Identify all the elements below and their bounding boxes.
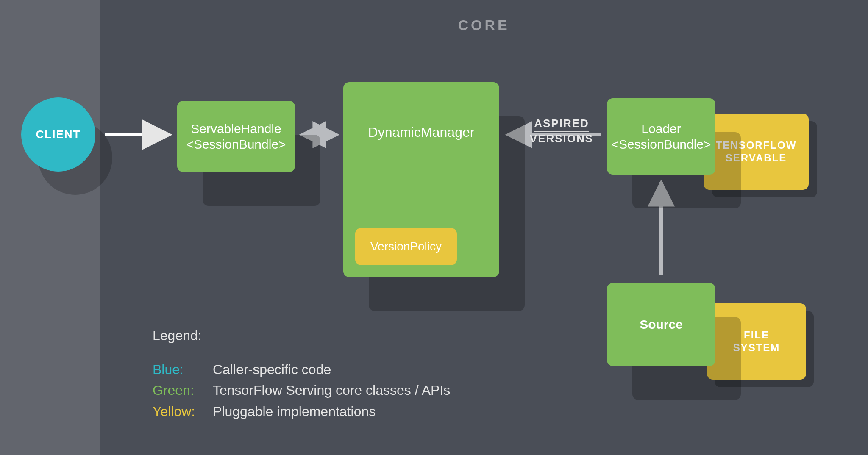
source-box: Source bbox=[607, 283, 715, 366]
left-band bbox=[0, 0, 100, 455]
legend: Legend: Blue: Caller-specific code Green… bbox=[153, 325, 450, 422]
servable-handle-l2: <SessionBundle> bbox=[186, 136, 286, 153]
client-node: CLIENT bbox=[21, 97, 95, 172]
version-policy-label: VersionPolicy bbox=[370, 240, 442, 253]
core-heading: CORE bbox=[100, 17, 868, 33]
legend-blue-val: Caller-specific code bbox=[213, 359, 331, 380]
source-label: Source bbox=[640, 317, 683, 332]
loader-l1: Loader bbox=[641, 121, 681, 137]
servable-handle-l1: ServableHandle bbox=[191, 121, 281, 137]
loader-box: Loader <SessionBundle> bbox=[607, 98, 715, 175]
loader-l2: <SessionBundle> bbox=[611, 136, 711, 153]
version-policy-box: VersionPolicy bbox=[355, 228, 457, 265]
legend-green-val: TensorFlow Serving core classes / APIs bbox=[213, 380, 450, 401]
legend-green-key: Green: bbox=[153, 380, 203, 401]
client-label: CLIENT bbox=[36, 128, 81, 141]
file-system-l2: SYSTEM bbox=[733, 341, 780, 354]
legend-yellow-key: Yellow: bbox=[153, 401, 203, 422]
aspired-versions-label: ASPIRED VERSIONS bbox=[517, 117, 606, 145]
legend-blue-key: Blue: bbox=[153, 359, 203, 380]
dynamic-manager-label: DynamicManager bbox=[368, 125, 475, 140]
legend-yellow-val: Pluggable implementations bbox=[213, 401, 376, 422]
file-system-box: FILE SYSTEM bbox=[707, 303, 806, 380]
servable-handle-box: ServableHandle <SessionBundle> bbox=[177, 101, 295, 172]
aspired-line1: ASPIRED bbox=[534, 117, 589, 132]
tf-servable-l2: SERVABLE bbox=[726, 152, 787, 164]
aspired-line2: VERSIONS bbox=[530, 132, 593, 145]
tf-servable-l1: TENSORFLOW bbox=[716, 139, 797, 152]
legend-title: Legend: bbox=[153, 325, 450, 347]
tensorflow-servable-box: TENSORFLOW SERVABLE bbox=[704, 114, 809, 190]
file-system-l1: FILE bbox=[744, 329, 769, 341]
